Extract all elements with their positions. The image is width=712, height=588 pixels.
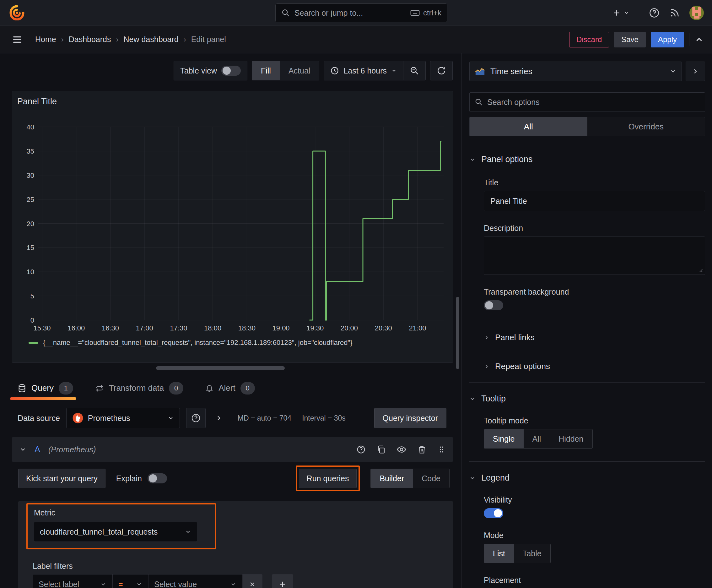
operator-value: = (118, 580, 123, 588)
panel-toolbar: Table view Fill Actual Last 6 hours (174, 61, 453, 80)
panel-links-section[interactable]: Panel links (484, 333, 705, 342)
search-bar[interactable]: Search or jump to... ctrl+k (275, 3, 447, 22)
series-color-icon[interactable] (28, 342, 38, 344)
title-input[interactable]: Panel Title (484, 191, 705, 211)
remove-filter-button[interactable] (243, 574, 262, 588)
explain-switch[interactable] (148, 474, 167, 483)
repeat-options-heading: Repeat options (495, 361, 550, 371)
tab-all[interactable]: All (470, 117, 587, 136)
drag-query-icon[interactable] (437, 445, 446, 454)
duplicate-query-icon[interactable] (376, 445, 386, 454)
panel-options-section[interactable]: Panel options (469, 154, 705, 164)
time-range-picker[interactable]: Last 6 hours (324, 61, 403, 80)
svg-text:16:30: 16:30 (102, 324, 119, 332)
tooltip-hidden-option[interactable]: Hidden (550, 429, 592, 448)
refresh-button[interactable] (430, 61, 452, 80)
tab-alert[interactable]: Alert 0 (205, 376, 255, 400)
legend-section[interactable]: Legend (469, 473, 705, 483)
query-count-badge: 1 (59, 382, 73, 395)
collapse-header-icon[interactable] (694, 35, 704, 44)
tooltip-single-option[interactable]: Single (484, 429, 524, 448)
select-value-dropdown[interactable]: Select value (149, 574, 242, 588)
search-icon (281, 8, 290, 17)
hide-query-icon[interactable] (396, 444, 407, 455)
query-inspector-button[interactable]: Query inspector (374, 408, 447, 428)
legend-list-option[interactable]: List (484, 544, 514, 563)
apply-button[interactable]: Apply (651, 32, 684, 47)
legend-table-option[interactable]: Table (514, 544, 550, 563)
time-series-chart[interactable]: 051015202530354015:3016:0016:3017:0017:3… (12, 91, 453, 362)
table-view-switch[interactable] (221, 66, 241, 76)
help-icon[interactable] (649, 7, 660, 19)
series-label[interactable]: {__name__="cloudflared_tunnel_total_requ… (43, 339, 352, 347)
tab-overrides[interactable]: Overrides (587, 117, 705, 136)
chevron-down-icon (185, 529, 191, 535)
collapse-query-icon[interactable] (19, 446, 26, 453)
zoom-out-button[interactable] (404, 61, 425, 80)
nav-divider (639, 6, 639, 19)
legend-visibility-switch[interactable] (484, 508, 503, 518)
discard-button[interactable]: Discard (569, 32, 609, 47)
transparent-bg-switch[interactable] (484, 300, 503, 310)
delete-query-icon[interactable] (417, 445, 427, 454)
options-tabs: All Overrides (469, 117, 705, 136)
menu-toggle-icon[interactable] (12, 34, 23, 45)
breadcrumb-edit-panel: Edit panel (191, 35, 226, 44)
breadcrumb-home[interactable]: Home (35, 35, 56, 44)
breadcrumb-dashboards[interactable]: Dashboards (69, 35, 111, 44)
resize-handle-icon[interactable] (697, 266, 704, 273)
tooltip-heading: Tooltip (481, 394, 506, 404)
operator-dropdown[interactable]: = (113, 574, 148, 588)
breadcrumb: Home › Dashboards › New dashboard › Edit… (35, 35, 226, 44)
scrollbar[interactable] (456, 297, 459, 369)
chart-panel[interactable]: Panel Title 051015202530354015:3016:0016… (12, 91, 453, 363)
fill-option[interactable]: Fill (252, 61, 280, 80)
kick-start-button[interactable]: Kick start your query (18, 469, 106, 488)
svg-text:15: 15 (27, 244, 34, 252)
query-ref-id[interactable]: A (35, 445, 40, 455)
panel-resize-handle[interactable] (156, 366, 285, 370)
options-search-input[interactable]: Search options (469, 92, 705, 112)
code-mode-option[interactable]: Code (413, 469, 449, 488)
svg-text:16:00: 16:00 (67, 324, 85, 332)
query-help-icon[interactable] (356, 445, 366, 454)
datasource-picker[interactable]: Prometheus (66, 408, 180, 428)
visualization-picker[interactable]: Time series (469, 62, 682, 81)
tab-query[interactable]: Query 1 (18, 376, 73, 400)
chevron-down-icon (100, 581, 106, 587)
query-row-header[interactable]: A (Prometheus) (12, 437, 453, 462)
panel-title: Panel Title (17, 97, 57, 106)
table-view-toggle[interactable]: Table view (174, 61, 247, 80)
datasource-help-button[interactable] (186, 408, 206, 428)
description-input[interactable] (484, 236, 705, 275)
run-queries-button[interactable]: Run queries (299, 469, 357, 488)
timeseries-viz-icon (475, 66, 486, 77)
bell-icon (205, 384, 214, 392)
select-label-dropdown[interactable]: Select label (33, 574, 112, 588)
prometheus-icon (72, 413, 84, 424)
query-datasource-hint: (Prometheus) (48, 445, 96, 454)
add-filter-button[interactable] (272, 574, 293, 588)
builder-mode-option[interactable]: Builder (371, 469, 413, 488)
svg-text:20:30: 20:30 (375, 324, 392, 332)
chevron-down-icon (136, 581, 142, 587)
keyboard-icon (410, 8, 420, 18)
tooltip-all-option[interactable]: All (524, 429, 550, 448)
tooltip-section[interactable]: Tooltip (469, 394, 705, 404)
save-button[interactable]: Save (614, 32, 646, 47)
visualization-name: Time series (490, 67, 665, 76)
time-range-label: Last 6 hours (343, 66, 387, 76)
avatar[interactable] (689, 6, 704, 20)
add-new-button[interactable] (612, 8, 629, 18)
tab-transform[interactable]: Transform data 0 (95, 376, 184, 400)
datasource-row: Data source Prometheus (18, 408, 453, 428)
svg-text:19:00: 19:00 (273, 324, 290, 332)
breadcrumb-new-dashboard[interactable]: New dashboard (124, 35, 179, 44)
repeat-options-section[interactable]: Repeat options (484, 361, 705, 371)
actual-option[interactable]: Actual (280, 61, 319, 80)
toggle-viz-picker-button[interactable] (686, 62, 705, 81)
grafana-logo-icon[interactable] (9, 5, 24, 20)
metric-select[interactable]: cloudflared_tunnel_total_requests (34, 522, 197, 542)
expand-options-icon[interactable] (215, 414, 222, 422)
news-icon[interactable] (669, 7, 680, 18)
